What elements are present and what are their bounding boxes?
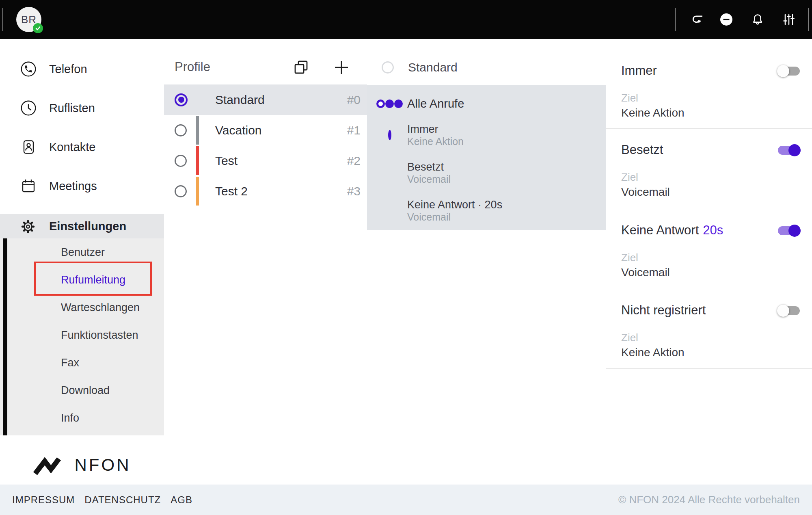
app-root: BR [0,0,812,515]
sidebar-item-fax[interactable]: Fax [0,349,164,377]
profile-row-vacation[interactable]: Vacation #1 [164,115,367,145]
target-value: Keine Aktion [621,346,685,359]
profile-color-bar [196,146,199,175]
call-rules-card[interactable]: Alle Anrufe Immer Keine Aktion Besetzt V… [367,85,606,230]
radio-empty-icon [382,61,394,74]
duplicate-icon[interactable] [292,58,310,76]
sidebar-item-ruflisten[interactable]: Ruflisten [0,89,164,128]
section-title: Keine Antwort [621,223,699,237]
avatar[interactable]: BR [16,7,41,32]
profile-number: #2 [347,154,361,168]
sidebar-item-label: Ruflisten [49,102,95,115]
sidebar-item-funktionstasten[interactable]: Funktionstasten [0,321,164,349]
radio-icon[interactable] [175,155,187,167]
detail-section-immer: Immer Ziel Keine Aktion [606,50,812,129]
toggle-nicht-registriert[interactable] [778,306,800,315]
sidebar: Telefon Ruflisten Kontakte [0,39,164,485]
radio-icon[interactable] [175,185,187,197]
profile-color-bar [196,116,199,145]
footer-links: IMPRESSUM DATENSCHUTZ AGB [12,494,192,506]
nfon-logo: NFON [0,447,164,483]
section-title: Nicht registriert [621,303,706,317]
profiles-header: Profile [164,50,367,84]
sidebar-item-label: Telefon [49,63,87,76]
sidebar-item-download[interactable]: Download [0,377,164,404]
status-online-badge [33,23,43,33]
profile-row-test[interactable]: Test #2 [164,145,367,176]
detail-section-keine-antwort: Keine Antwort20s Ziel Voicemail [606,209,812,289]
sidebar-item-kontakte[interactable]: Kontakte [0,128,164,167]
topbar-right-divider [808,8,809,31]
call-rules-panel: Standard Alle Anrufe Immer Keine Aktion … [367,39,607,485]
sidebar-item-label: Einstellungen [49,220,126,233]
footer-link-datenschutz[interactable]: DATENSCHUTZ [84,494,161,506]
all-calls-row[interactable]: Alle Anrufe [367,85,606,122]
profile-number: #1 [347,123,361,137]
footer-link-impressum[interactable]: IMPRESSUM [12,494,75,506]
undo-icon[interactable] [685,0,710,39]
radio-selected-icon[interactable] [175,93,188,106]
target-value: Voicemail [621,266,670,279]
sidebar-item-rufumleitung[interactable]: Rufumleitung [0,266,164,294]
do-not-disturb-icon[interactable] [713,0,739,39]
sidebar-settings-section: Einstellungen Benutzer Rufumleitung Wart… [0,214,164,435]
toggle-keine-antwort[interactable] [778,226,800,235]
rule-marker-hollow-icon [388,132,391,139]
profile-color-bar [196,177,199,206]
section-title: Immer [621,63,657,78]
clock-icon [20,100,37,116]
detail-section-nicht-registriert: Nicht registriert Ziel Keine Aktion [606,289,812,369]
toggle-besetzt[interactable] [778,146,800,155]
topbar-divider [675,8,676,31]
section-title: Besetzt [621,143,663,157]
sidebar-item-benutzer[interactable]: Benutzer [0,238,164,266]
rule-immer[interactable]: Immer Keine Aktion [367,123,606,148]
toggle-immer[interactable] [778,67,800,76]
sidebar-item-einstellungen[interactable]: Einstellungen [0,214,164,238]
call-rules-profile-name: Standard [408,61,458,74]
profiles-title: Profile [175,60,210,74]
profiles-panel: Profile Standard #0 Vacation #1 [164,39,367,485]
footer-link-agb[interactable]: AGB [171,494,192,506]
sidebar-item-telefon[interactable]: Telefon [0,50,164,89]
sliders-icon[interactable] [776,0,802,39]
section-title-suffix: 20s [703,223,723,237]
rule-detail-panel: Immer Ziel Keine Aktion Besetzt Ziel Voi… [606,39,812,485]
target-label: Ziel [621,171,638,183]
phone-icon [20,61,37,77]
profile-number: #3 [347,184,361,198]
target-value: Keine Aktion [621,106,685,119]
nfon-logo-text: NFON [75,455,131,475]
target-label: Ziel [621,331,638,344]
bell-icon[interactable] [745,0,771,39]
footer-copyright: © NFON 2024 Alle Rechte vorbehalten [618,493,800,506]
calendar-icon [20,178,37,194]
avatar-initials: BR [21,13,37,26]
sidebar-item-warteschlangen[interactable]: Warteschlangen [0,294,164,321]
detail-section-besetzt: Besetzt Ziel Voicemail [606,129,812,209]
profile-number: #0 [347,93,361,107]
sidebar-item-meetings[interactable]: Meetings [0,167,164,206]
radio-icon[interactable] [175,124,187,136]
all-calls-icon [376,100,403,108]
call-rules-header: Standard [367,50,606,85]
target-label: Ziel [621,92,638,104]
target-label: Ziel [621,251,638,264]
gear-icon [19,218,36,234]
target-value: Voicemail [621,186,670,199]
sidebar-item-label: Kontakte [49,141,95,154]
add-profile-icon[interactable] [333,58,350,76]
contact-card-icon [20,139,37,155]
topbar-left-divider [2,8,3,31]
nfon-logo-mark [33,455,69,475]
rule-besetzt[interactable]: Besetzt Voicemail [367,160,606,186]
profile-row-test-2[interactable]: Test 2 #3 [164,176,367,206]
sidebar-item-label: Meetings [49,180,97,193]
profile-row-standard[interactable]: Standard #0 [164,84,367,115]
sidebar-item-info[interactable]: Info [0,404,164,432]
rule-keine-antwort[interactable]: Keine Antwort · 20s Voicemail [367,198,606,223]
footer: IMPRESSUM DATENSCHUTZ AGB © NFON 2024 Al… [0,485,812,515]
topbar: BR [0,0,812,39]
